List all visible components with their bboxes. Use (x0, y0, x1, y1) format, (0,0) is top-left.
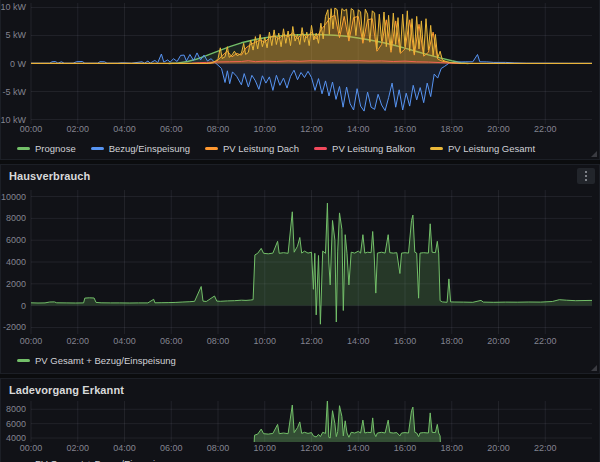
legend-swatch-pv-leistung-gesamt (430, 147, 443, 150)
hausverbrauch-chart[interactable]: 1000080006000400020000-200000:0002:0004:… (1, 187, 600, 351)
panel-menu-icon[interactable] (577, 168, 595, 184)
x-axis-tick-label: 06:00 (160, 336, 183, 346)
x-axis-tick-label: 08:00 (207, 124, 230, 134)
x-axis-tick-label: 18:00 (440, 124, 463, 134)
panel-resize-handle[interactable] (591, 151, 597, 157)
y-axis-tick-label: 10 kW (1, 2, 26, 12)
x-axis-tick-label: 20:00 (487, 443, 510, 453)
panel-title-ladevorgang[interactable]: Ladevorgang Erkannt (9, 384, 124, 396)
x-axis-tick-label: 14:00 (347, 336, 370, 346)
x-axis-tick-label: 08:00 (207, 336, 230, 346)
x-axis-tick-label: 00:00 (20, 443, 43, 453)
legend-swatch-pv-leistung-balkon (314, 147, 327, 150)
legend-swatch-pv-leistung-dach (205, 147, 218, 150)
x-axis-tick-label: 04:00 (113, 124, 136, 134)
legend-swatch-bezug-einspeisung (91, 147, 104, 150)
legend-item-pv-gesamt-bezug[interactable]: PV Gesamt + Bezug/Einspeisung (17, 458, 176, 462)
x-axis-tick-label: 04:00 (113, 336, 136, 346)
x-axis-tick-label: 14:00 (347, 124, 370, 134)
x-axis-tick-label: 00:00 (20, 336, 43, 346)
y-axis-tick-label: 8000 (6, 213, 26, 223)
x-axis-tick-label: 10:00 (253, 124, 276, 134)
y-axis-tick-label: 5 kW (5, 30, 26, 40)
panel-header: Ladevorgang Erkannt (1, 379, 599, 401)
legend-item-pv-leistung-gesamt[interactable]: PV Leistung Gesamt (430, 143, 535, 154)
x-axis-tick-label: 20:00 (487, 336, 510, 346)
legend-item-pv-gesamt-bezug[interactable]: PV Gesamt + Bezug/Einspeisung (17, 355, 176, 366)
x-axis-tick-label: 14:00 (347, 443, 370, 453)
pv-leistung-legend: PrognoseBezug/EinspeisungPV Leistung Dac… (17, 141, 535, 155)
panel-ladevorgang: Ladevorgang Erkannt 80006000400000:0002:… (0, 378, 600, 462)
panel-hausverbrauch: Hausverbrauch 1000080006000400020000-200… (0, 164, 600, 374)
x-axis-tick-label: 18:00 (440, 443, 463, 453)
x-axis-tick-label: 02:00 (66, 124, 89, 134)
legend-label: Prognose (35, 143, 76, 154)
panel-resize-handle[interactable] (591, 365, 597, 371)
panel-title-hausverbrauch[interactable]: Hausverbrauch (9, 170, 90, 182)
legend-label: PV Gesamt + Bezug/Einspeisung (35, 355, 176, 366)
x-axis-tick-label: 16:00 (394, 443, 417, 453)
legend-label: PV Leistung Gesamt (448, 143, 535, 154)
legend-item-pv-leistung-balkon[interactable]: PV Leistung Balkon (314, 143, 415, 154)
x-axis-tick-label: 20:00 (487, 124, 510, 134)
legend-swatch-prognose (17, 147, 30, 150)
y-axis-tick-label: 8000 (6, 404, 26, 414)
x-axis-tick-label: 12:00 (300, 336, 323, 346)
y-axis-tick-label: 4000 (6, 257, 26, 267)
y-axis-tick-label: 4000 (6, 433, 26, 443)
x-axis-tick-label: 08:00 (207, 443, 230, 453)
legend-label: PV Gesamt + Bezug/Einspeisung (35, 458, 176, 462)
legend-item-bezug-einspeisung[interactable]: Bezug/Einspeisung (91, 143, 190, 154)
x-axis-tick-label: 22:00 (534, 443, 557, 453)
x-axis-tick-label: 12:00 (300, 443, 323, 453)
ladevorgang-chart[interactable]: 80006000400000:0002:0004:0006:0008:0010:… (1, 399, 600, 455)
x-axis-tick-label: 16:00 (394, 336, 417, 346)
ladevorgang-legend: PV Gesamt + Bezug/Einspeisung (17, 456, 176, 462)
x-axis-tick-label: 04:00 (113, 443, 136, 453)
y-axis-tick-label: 2000 (6, 279, 26, 289)
legend-label: PV Leistung Dach (223, 143, 299, 154)
panel-header: Hausverbrauch (1, 165, 599, 187)
x-axis-tick-label: 02:00 (66, 443, 89, 453)
x-axis-tick-label: 02:00 (66, 336, 89, 346)
x-axis-tick-label: 10:00 (253, 443, 276, 453)
x-axis-tick-label: 12:00 (300, 124, 323, 134)
x-axis-tick-label: 22:00 (534, 336, 557, 346)
grafana-dashboard: { "theme":{ "page_bg":"#0b0c0e","panel_b… (0, 0, 600, 462)
x-axis-tick-label: 22:00 (534, 124, 557, 134)
y-axis-tick-label: -5 kW (3, 87, 27, 97)
pv-leistung-chart[interactable]: 10 kW5 kW0 W-5 kW-10 kW00:0002:0004:0006… (1, 0, 600, 140)
hausverbrauch-legend: PV Gesamt + Bezug/Einspeisung (17, 353, 176, 367)
x-axis-tick-label: 00:00 (20, 124, 43, 134)
x-axis-tick-label: 06:00 (160, 124, 183, 134)
y-axis-tick-label: 6000 (6, 419, 26, 429)
x-axis-tick-label: 18:00 (440, 336, 463, 346)
y-axis-tick-label: -2000 (3, 322, 26, 332)
x-axis-tick-label: 10:00 (253, 336, 276, 346)
y-axis-tick-label: 0 (21, 301, 26, 311)
y-axis-tick-label: 6000 (6, 235, 26, 245)
legend-label: PV Leistung Balkon (332, 143, 415, 154)
panel-pv-leistung: 10 kW5 kW0 W-5 kW-10 kW00:0002:0004:0006… (0, 0, 600, 160)
legend-item-pv-leistung-dach[interactable]: PV Leistung Dach (205, 143, 299, 154)
x-axis-tick-label: 16:00 (394, 124, 417, 134)
x-axis-tick-label: 06:00 (160, 443, 183, 453)
y-axis-tick-label: 10000 (1, 192, 26, 202)
legend-item-prognose[interactable]: Prognose (17, 143, 76, 154)
y-axis-tick-label: 0 W (10, 59, 27, 69)
legend-swatch-pv-gesamt-bezug (17, 359, 30, 362)
legend-label: Bezug/Einspeisung (109, 143, 190, 154)
